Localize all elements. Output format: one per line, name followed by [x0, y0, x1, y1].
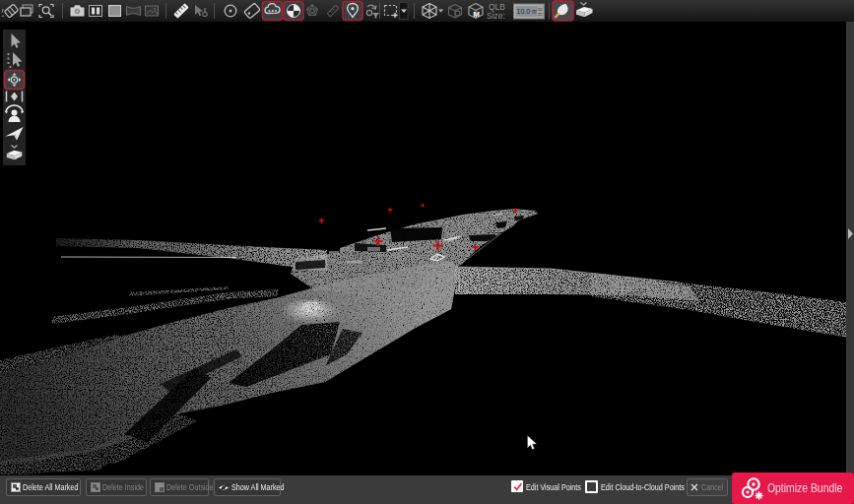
- svg-text:Size:: Size:: [487, 11, 505, 21]
- svg-text:10.0 m: 10.0 m: [517, 8, 539, 15]
- svg-text:M: M: [473, 10, 480, 19]
- svg-text:QLB: QLB: [489, 2, 505, 12]
